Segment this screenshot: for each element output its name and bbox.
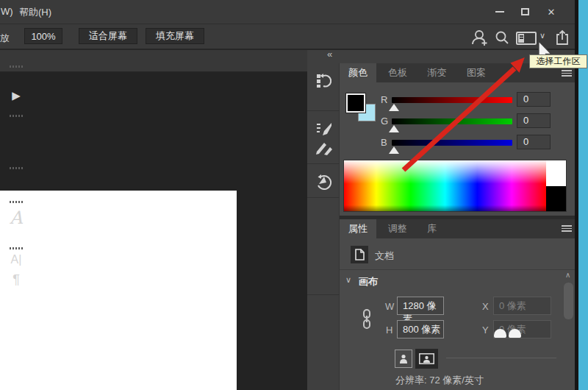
- artifact-shape: [494, 329, 506, 338]
- scroll-up-icon[interactable]: ∧: [565, 271, 570, 279]
- menu-window-partial[interactable]: W): [1, 6, 13, 17]
- channel-label-b: B: [381, 137, 387, 148]
- red-slider[interactable]: [392, 97, 512, 103]
- color-ramp[interactable]: [344, 160, 546, 211]
- white-swatch[interactable]: [546, 160, 566, 186]
- properties-panel-tabbar: 属性 调整 库: [340, 219, 576, 238]
- document-tab-strip: [0, 50, 307, 72]
- color-spectrum[interactable]: [344, 160, 566, 211]
- share-icon[interactable]: [553, 29, 571, 46]
- maximize-button[interactable]: [514, 4, 535, 20]
- artifact-shape: [509, 329, 521, 338]
- fit-screen-button[interactable]: 适合屏幕: [79, 28, 137, 44]
- options-bar: 缩放 100% 适合屏幕 填充屏幕 ∨: [0, 25, 576, 50]
- collapsed-panels-column: [307, 63, 340, 390]
- panel-group-grip[interactable]: [10, 115, 23, 117]
- panel-group-grip[interactable]: [10, 247, 23, 249]
- green-value-field[interactable]: 0: [517, 113, 551, 128]
- minimize-icon: [495, 11, 504, 13]
- canvas-section-label: 画布: [359, 275, 378, 288]
- width-field[interactable]: 1280 像素: [397, 297, 444, 315]
- icon-group-separator: [307, 294, 340, 295]
- fill-screen-button[interactable]: 填充屏幕: [146, 28, 204, 44]
- tab-properties[interactable]: 属性: [340, 219, 376, 238]
- foreground-color-swatch[interactable]: [346, 93, 365, 113]
- y-label: Y: [482, 325, 489, 336]
- close-icon: ✕: [548, 7, 556, 18]
- panel-group-grip[interactable]: [10, 65, 23, 68]
- clone-source-panel-icon[interactable]: [316, 174, 332, 190]
- photoshop-window: W) 帮助(H) ✕ 缩放 100% 适合屏幕 填充屏幕: [0, 0, 588, 390]
- blue-slider[interactable]: [392, 140, 512, 146]
- collapse-panels-icon[interactable]: «: [327, 49, 332, 60]
- green-slider-handle[interactable]: [389, 125, 399, 132]
- glyphs-panel-icon[interactable]: A: [0, 208, 32, 228]
- link-dimensions-icon[interactable]: [361, 308, 373, 330]
- icon-group-separator: [307, 197, 340, 198]
- tab-patterns[interactable]: 图案: [458, 63, 495, 82]
- width-label: W: [385, 301, 394, 312]
- icon-group-separator: [307, 110, 340, 111]
- zoom-label: 缩放: [0, 32, 10, 45]
- brushes-panel-icon[interactable]: [315, 140, 333, 156]
- tab-libraries[interactable]: 库: [418, 219, 445, 238]
- actions-panel-icon[interactable]: ▶: [0, 89, 32, 102]
- panel-group-grip[interactable]: [10, 201, 23, 203]
- paragraph-panel-icon[interactable]: ¶: [0, 272, 32, 288]
- green-slider[interactable]: [392, 118, 512, 124]
- brush-settings-panel-icon[interactable]: [315, 121, 333, 138]
- search-icon[interactable]: [495, 30, 509, 45]
- character-panel-icon[interactable]: A|: [0, 253, 32, 266]
- blue-slider-handle[interactable]: [389, 146, 399, 154]
- document-label: 文档: [375, 249, 394, 263]
- close-button[interactable]: ✕: [541, 4, 562, 20]
- workspace-chevron-icon[interactable]: ∨: [539, 31, 545, 40]
- title-bar: W) 帮助(H) ✕: [0, 0, 576, 24]
- canvas-section-chevron-icon[interactable]: ∨: [345, 275, 351, 285]
- channel-label-r: R: [381, 94, 387, 105]
- row-divider: [446, 358, 556, 358]
- height-field[interactable]: 800 像素: [397, 320, 444, 338]
- tab-adjustments[interactable]: 调整: [379, 219, 416, 238]
- workspace-icon[interactable]: [516, 32, 537, 45]
- document-type-icon: [351, 246, 368, 263]
- history-panel-icon[interactable]: [315, 73, 331, 89]
- properties-panel-menu-icon[interactable]: [562, 225, 572, 232]
- tab-swatches[interactable]: 色板: [379, 63, 416, 82]
- orientation-landscape-button[interactable]: [415, 349, 438, 369]
- resolution-text: 分辨率: 72 像素/英寸: [395, 374, 484, 387]
- tab-gradients[interactable]: 渐变: [418, 63, 455, 82]
- height-label: H: [386, 325, 392, 336]
- channel-label-g: G: [381, 116, 388, 127]
- maximize-icon: [521, 8, 529, 15]
- panel-group-grip[interactable]: [10, 167, 23, 169]
- workspace-tooltip: 选择工作区: [529, 54, 587, 68]
- tab-color[interactable]: 颜色: [340, 63, 376, 82]
- section-divider: [340, 269, 576, 270]
- scrollbar-thumb[interactable]: [564, 283, 573, 319]
- red-value-field[interactable]: 0: [517, 92, 551, 107]
- minimize-button[interactable]: [490, 4, 510, 20]
- zoom-value-button[interactable]: 100%: [24, 28, 62, 44]
- menu-help[interactable]: 帮助(H): [19, 6, 51, 19]
- black-swatch[interactable]: [546, 186, 566, 211]
- x-label: X: [482, 301, 489, 312]
- document-canvas[interactable]: [0, 191, 237, 390]
- invite-user-icon[interactable]: [470, 28, 490, 47]
- red-slider-handle[interactable]: [389, 104, 399, 111]
- orientation-portrait-button[interactable]: [395, 350, 412, 368]
- x-field[interactable]: 0 像素: [493, 297, 551, 315]
- blue-value-field[interactable]: 0: [517, 135, 551, 149]
- icon-group-separator: [307, 163, 340, 164]
- color-panel-menu-icon[interactable]: [562, 70, 572, 77]
